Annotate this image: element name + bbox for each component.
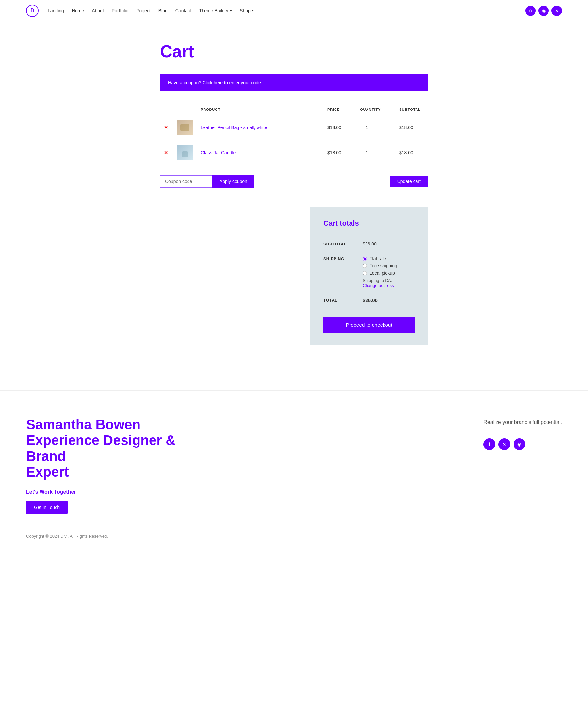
remove-item-1[interactable]: ✕ — [160, 115, 173, 140]
shipping-local-label: Local pickup — [370, 270, 395, 276]
col-header-remove — [160, 104, 173, 115]
coupon-banner[interactable]: Have a coupon? Click here to enter your … — [160, 74, 428, 91]
qty-input-1[interactable] — [360, 122, 378, 133]
footer-section: Samantha Bowen Experience Designer & Bra… — [0, 390, 588, 527]
footer-left: Samantha Bowen Experience Designer & Bra… — [26, 417, 183, 514]
shipping-free-radio[interactable] — [363, 264, 367, 268]
proceed-checkout-button[interactable]: Proceed to checkout — [323, 317, 415, 333]
product-name-cell-2: Glass Jar Candle — [197, 140, 323, 165]
product-image-1 — [177, 120, 193, 135]
shipping-flat-rate-radio[interactable] — [363, 257, 367, 261]
update-cart-button[interactable]: Update cart — [390, 176, 428, 187]
nav-theme-builder[interactable]: Theme Builder — [199, 8, 232, 14]
product-link-1[interactable]: Leather Pencil Bag - small, white — [201, 125, 267, 130]
navbar: D Landing Home About Portfolio Project B… — [0, 0, 588, 22]
nav-social-x[interactable]: ✕ — [551, 5, 562, 16]
change-address-link[interactable]: Change address — [363, 283, 415, 288]
logo[interactable]: D — [26, 5, 39, 17]
col-header-product: PRODUCT — [197, 104, 323, 115]
product-qty-cell-1 — [356, 115, 395, 140]
svg-rect-0 — [180, 124, 189, 131]
shipping-local-radio[interactable] — [363, 271, 367, 275]
product-subtotal-1: $18.00 — [395, 115, 428, 140]
nav-contact[interactable]: Contact — [175, 8, 191, 14]
shipping-local[interactable]: Local pickup — [363, 270, 415, 276]
subtotal-row: SUBTOTAL $36.00 — [323, 237, 415, 251]
col-header-price: PRICE — [323, 104, 356, 115]
product-thumb-2 — [173, 140, 197, 165]
nav-social-instagram[interactable]: ◉ — [538, 5, 549, 16]
remove-item-2[interactable]: ✕ — [160, 140, 173, 165]
cart-totals-title: Cart totals — [323, 219, 415, 227]
svg-rect-1 — [182, 125, 188, 126]
shipping-free[interactable]: Free shipping — [363, 263, 415, 268]
remove-icon-1[interactable]: ✕ — [164, 125, 168, 130]
svg-rect-2 — [182, 152, 188, 157]
nav-home[interactable]: Home — [72, 8, 84, 14]
product-subtotal-2: $18.00 — [395, 140, 428, 165]
navbar-left: D Landing Home About Portfolio Project B… — [26, 5, 254, 17]
footer-social-instagram[interactable]: ◉ — [513, 438, 525, 450]
apply-coupon-button[interactable]: Apply coupon — [212, 175, 254, 188]
page-title: Cart — [160, 41, 428, 61]
svg-rect-3 — [185, 149, 185, 152]
nav-social-circle[interactable]: ⊙ — [525, 5, 536, 16]
shipping-free-label: Free shipping — [370, 263, 397, 268]
cart-totals-wrapper: Cart totals SUBTOTAL $36.00 SHIPPING Fla… — [160, 207, 428, 345]
get-in-touch-button[interactable]: Get In Touch — [26, 501, 68, 514]
product-thumb-1 — [173, 115, 197, 140]
total-row: TOTAL $36.00 — [323, 293, 415, 308]
footer-right: Realize your brand's full potential. f ✕… — [483, 417, 562, 450]
qty-input-2[interactable] — [360, 147, 378, 158]
shipping-options: Flat rate Free shipping Local pickup Shi… — [363, 256, 415, 288]
footer-social: f ✕ ◉ — [483, 438, 562, 450]
shipping-flat-rate[interactable]: Flat rate — [363, 256, 415, 261]
product-link-2[interactable]: Glass Jar Candle — [201, 150, 235, 155]
footer-social-facebook[interactable]: f — [483, 438, 495, 450]
footer-social-x[interactable]: ✕ — [499, 438, 510, 450]
shipping-address-text: Shipping to CA. — [363, 278, 415, 283]
nav-about[interactable]: About — [92, 8, 104, 14]
footer-heading: Samantha Bowen Experience Designer & Bra… — [26, 417, 183, 480]
footer-tagline: Realize your brand's full potential. — [483, 419, 562, 425]
product-price-1: $18.00 — [323, 115, 356, 140]
copyright-text: Copyright © 2024 Divi. All Rights Reserv… — [26, 534, 108, 539]
footer-bottom: Copyright © 2024 Divi. All Rights Reserv… — [0, 527, 588, 545]
nav-links: Landing Home About Portfolio Project Blo… — [48, 8, 254, 14]
footer: Samantha Bowen Experience Designer & Bra… — [0, 390, 588, 545]
total-label: TOTAL — [323, 298, 363, 303]
nav-blog[interactable]: Blog — [159, 8, 168, 14]
shipping-options-list: Flat rate Free shipping Local pickup — [363, 256, 415, 276]
shipping-flat-rate-label: Flat rate — [370, 256, 386, 261]
table-row: ✕ Glass Jar Candle $18.00 — [160, 140, 428, 165]
subtotal-label: SUBTOTAL — [323, 241, 363, 246]
product-price-2: $18.00 — [323, 140, 356, 165]
footer-lets-work: Let's Work Together — [26, 489, 183, 495]
subtotal-value: $36.00 — [363, 241, 415, 246]
shipping-label: SHIPPING — [323, 256, 363, 261]
remove-icon-2[interactable]: ✕ — [164, 150, 168, 155]
product-name-cell-1: Leather Pencil Bag - small, white — [197, 115, 323, 140]
nav-project[interactable]: Project — [136, 8, 151, 14]
product-qty-cell-2 — [356, 140, 395, 165]
main-content: Cart Have a coupon? Click here to enter … — [153, 22, 435, 364]
total-value: $36.00 — [363, 298, 415, 303]
coupon-form: Apply coupon — [160, 175, 254, 188]
cart-totals-box: Cart totals SUBTOTAL $36.00 SHIPPING Fla… — [310, 207, 428, 345]
product-image-2 — [177, 145, 193, 161]
navbar-right: ⊙ ◉ ✕ — [525, 5, 562, 16]
nav-shop[interactable]: Shop — [240, 8, 254, 14]
col-header-img — [173, 104, 197, 115]
col-header-subtotal: SUBTOTAL — [395, 104, 428, 115]
nav-landing[interactable]: Landing — [48, 8, 64, 14]
table-row: ✕ Leather Pencil Bag - small, white $18.… — [160, 115, 428, 140]
cart-table: PRODUCT PRICE QUANTITY SUBTOTAL ✕ — [160, 104, 428, 165]
cart-actions: Apply coupon Update cart — [160, 175, 428, 188]
col-header-quantity: QUANTITY — [356, 104, 395, 115]
nav-portfolio[interactable]: Portfolio — [112, 8, 128, 14]
coupon-input[interactable] — [160, 175, 212, 188]
shipping-row: SHIPPING Flat rate Free shipping — [323, 251, 415, 293]
